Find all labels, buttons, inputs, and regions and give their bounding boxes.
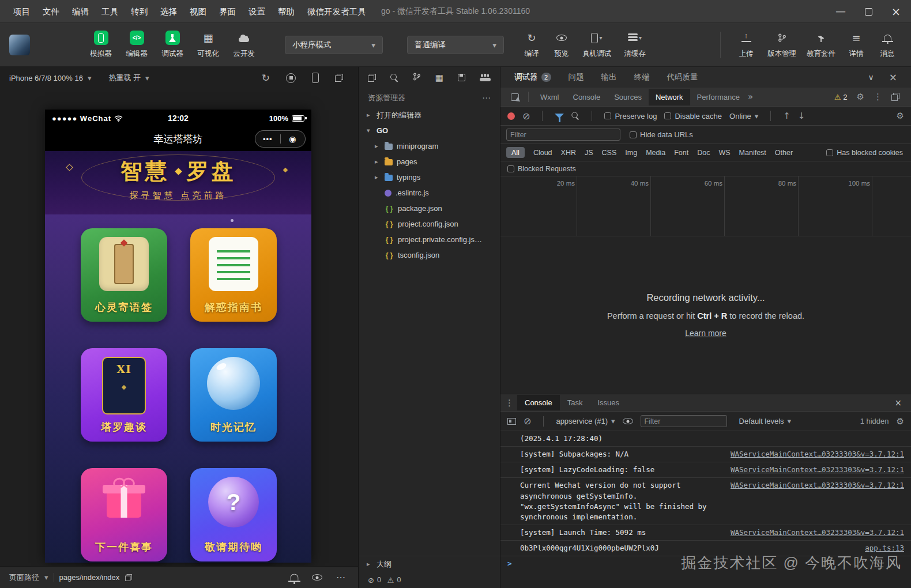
filter-xhr[interactable]: XHR	[561, 149, 576, 157]
upload-button[interactable]: 上传	[730, 31, 762, 59]
compile-mode-select[interactable]: 普通编译	[407, 36, 504, 54]
filter-font[interactable]: Font	[674, 149, 688, 157]
card-time-memory[interactable]: 时光记忆	[190, 348, 277, 442]
drawer-menu-icon[interactable]	[505, 398, 514, 408]
file-eslintrc[interactable]: .eslintrc.js	[359, 185, 500, 201]
filter-media[interactable]: Media	[646, 149, 665, 157]
export-har-icon[interactable]	[798, 111, 805, 121]
file-project-config[interactable]: { } project.config.json	[359, 216, 500, 232]
menu-tools[interactable]: 工具	[95, 0, 125, 23]
stop-icon[interactable]	[286, 73, 296, 83]
avatar[interactable]	[9, 35, 30, 55]
disable-cache-checkbox[interactable]: Disable cache	[664, 112, 722, 120]
devtools-tab-wxml[interactable]: Wxml	[533, 89, 566, 105]
file-package-json[interactable]: { } package.json	[359, 201, 500, 216]
card-guide-book[interactable]: 解惑指南书	[190, 228, 277, 322]
close-button[interactable]	[884, 0, 908, 23]
menu-goto[interactable]: 转到	[125, 0, 154, 23]
source-link[interactable]: app.ts:13	[865, 543, 904, 553]
console-row[interactable]: [system] Launch Time: 5092 msWAServiceMa…	[500, 525, 911, 541]
search-icon[interactable]	[572, 112, 579, 119]
filter-doc[interactable]: Doc	[697, 149, 710, 157]
import-har-icon[interactable]	[783, 111, 790, 121]
live-expression-icon[interactable]	[623, 418, 633, 424]
record-icon[interactable]	[507, 112, 515, 120]
hot-reload-toggle[interactable]: 热重载 开	[108, 73, 141, 83]
console-row[interactable]: [system] Subpackages: N/AWAServiceMainCo…	[500, 447, 911, 462]
warnings-indicator[interactable]: 2	[834, 93, 848, 101]
devtools-tab-sources[interactable]: Sources	[607, 89, 649, 105]
clear-cache-button[interactable]: 清缓存	[617, 31, 653, 59]
more-tabs-icon[interactable]	[748, 92, 753, 102]
file-tsconfig[interactable]: { } tsconfig.json	[359, 247, 500, 263]
edu-button[interactable]: 教育套件	[801, 31, 841, 59]
open-editors-section[interactable]: 打开的编辑器	[359, 107, 500, 123]
log-levels-select[interactable]: Default levels	[739, 417, 792, 425]
tab-problems[interactable]: 问题	[569, 72, 584, 82]
refresh-icon[interactable]	[262, 72, 270, 84]
console-row[interactable]: [system] LazyCodeLoading: falseWAService…	[500, 462, 911, 478]
learn-more-link[interactable]: Learn more	[685, 329, 726, 338]
close-panel-icon[interactable]	[889, 71, 897, 83]
file-project-private-config[interactable]: { } project.private.config.js…	[359, 232, 500, 247]
card-tarot[interactable]: XI 塔罗趣谈	[81, 348, 167, 442]
menu-file[interactable]: 文件	[36, 0, 66, 23]
docker-icon[interactable]	[480, 74, 491, 81]
clear-console-icon[interactable]	[524, 416, 531, 427]
preserve-log-checkbox[interactable]: Preserve log	[604, 112, 657, 120]
close-drawer-icon[interactable]	[894, 398, 906, 408]
details-button[interactable]: 详情	[841, 31, 872, 59]
menu-devtools[interactable]: 微信开发者工具	[301, 0, 372, 23]
problems-status[interactable]: 0 0	[359, 572, 500, 588]
network-timeline[interactable]: 20 ms 40 ms 60 ms 80 ms 100 ms	[500, 176, 911, 236]
messages-button[interactable]: 消息	[872, 31, 903, 59]
console-row[interactable]: (2025.4.1 17:28:40)	[500, 431, 911, 447]
console-tab-console[interactable]: Console	[517, 395, 560, 410]
console-tab-issues[interactable]: Issues	[590, 395, 627, 410]
multi-window-icon[interactable]	[335, 74, 343, 82]
chevron-down-icon[interactable]	[145, 74, 149, 82]
clear-icon[interactable]	[522, 111, 530, 122]
filter-img[interactable]: Img	[625, 149, 637, 157]
devtools-tab-performance[interactable]: Performance	[690, 89, 747, 105]
devtools-settings-icon[interactable]	[857, 92, 864, 102]
menu-interface[interactable]: 界面	[213, 0, 242, 23]
dock-side-icon[interactable]	[891, 93, 899, 101]
filter-css[interactable]: CSS	[602, 149, 617, 157]
menu-settings[interactable]: 设置	[242, 0, 272, 23]
tab-terminal[interactable]: 终端	[634, 72, 650, 82]
notify-icon[interactable]	[290, 574, 298, 581]
menu-select[interactable]: 选择	[154, 0, 183, 23]
context-select[interactable]: appservice (#1)	[556, 417, 615, 425]
filter-ws[interactable]: WS	[718, 149, 730, 157]
visual-button[interactable]: 可视化	[190, 31, 226, 59]
source-link[interactable]: WAServiceMainContext…03233303&v=3.7.12:1	[731, 449, 904, 459]
device-debug-button[interactable]: 真机调试	[577, 31, 617, 59]
folder-typings[interactable]: typings	[359, 169, 500, 185]
source-link[interactable]: WAServiceMainContext…03233303&v=3.7.12:1	[731, 480, 904, 491]
outline-section[interactable]: 大纲	[359, 556, 500, 572]
menu-help[interactable]: 帮助	[272, 0, 301, 23]
preview-button[interactable]: 预览	[547, 31, 577, 59]
console-row[interactable]: Current Wechat version do not support as…	[500, 478, 911, 525]
editor-button[interactable]: </> 编辑器	[119, 31, 155, 59]
tab-code-quality[interactable]: 代码质量	[667, 72, 698, 82]
page-path-label[interactable]: 页面路径	[9, 572, 39, 583]
mode-select[interactable]: 小程序模式	[285, 36, 383, 54]
project-root[interactable]: GO	[359, 123, 500, 138]
copy-path-icon[interactable]	[125, 574, 132, 581]
filter-cloud[interactable]: Cloud	[533, 149, 552, 157]
inspect-element-icon[interactable]	[511, 93, 519, 101]
tab-output[interactable]: 输出	[601, 72, 617, 82]
card-coming-soon[interactable]: ? 敬请期待哟	[190, 468, 277, 561]
network-filter-input[interactable]	[506, 129, 620, 141]
home-button[interactable]	[281, 134, 306, 144]
version-button[interactable]: 版本管理	[762, 31, 801, 59]
source-link[interactable]: WAServiceMainContext…03233303&v=3.7.12:1	[731, 527, 904, 538]
menu-view[interactable]: 视图	[183, 0, 213, 23]
maximize-button[interactable]	[857, 0, 880, 23]
menu-project[interactable]: 项目	[7, 0, 36, 23]
device-select[interactable]: iPhone 6/7/8 100% 16	[9, 74, 83, 82]
card-heart-sign[interactable]: 心灵寄语签	[81, 228, 167, 322]
console-settings-icon[interactable]	[897, 416, 904, 427]
